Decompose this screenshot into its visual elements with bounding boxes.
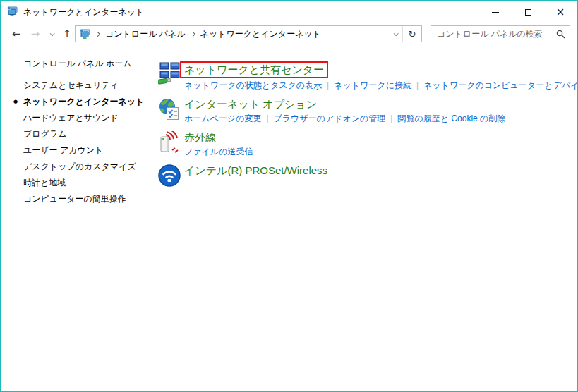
close-button[interactable]: ×	[544, 1, 577, 23]
task-links: ネットワークの状態とタスクの表示|ネットワークに接続|ネットワークのコンピュータ…	[184, 80, 578, 91]
category-title-link[interactable]: インテル(R) PROSet/Wireless	[184, 164, 327, 178]
forward-button[interactable]: →	[27, 23, 44, 45]
sidebar-item[interactable]: 時計と地域	[1, 175, 151, 191]
category-title-link[interactable]: ネットワークと共有センター	[180, 61, 328, 78]
sidebar-item[interactable]: コントロール パネル ホーム	[1, 56, 151, 72]
minimize-icon	[492, 12, 499, 13]
search-icon	[556, 30, 565, 39]
navigation-toolbar: ← → ↑ コントロール パネル ネットワークとインターネット ↻	[1, 23, 577, 45]
sidebar-item-label: デスクトップのカスタマイズ	[23, 161, 136, 171]
infrared-icon	[158, 131, 181, 154]
task-link[interactable]: 閲覧の履歴と Cookie の削除	[397, 114, 505, 123]
sidebar: コントロール パネル ホームシステムとセキュリティ●ネットワークとインターネット…	[1, 56, 151, 207]
sidebar-item[interactable]: コンピューターの簡単操作	[1, 191, 151, 207]
task-link[interactable]: ブラウザーのアドオンの管理	[274, 114, 386, 123]
sidebar-item-label: システムとセキュリティ	[23, 80, 119, 90]
sidebar-item[interactable]: システムとセキュリティ	[1, 78, 151, 94]
maximize-button[interactable]	[512, 1, 544, 23]
window-controls: ×	[479, 1, 577, 23]
control-panel-window: ネットワークとインターネット × ← → ↑ コントロール パネル ネットワーク…	[0, 0, 578, 392]
chevron-right-icon	[191, 31, 195, 36]
maximize-icon	[525, 9, 531, 16]
control-panel-icon	[6, 6, 19, 18]
task-link[interactable]: ネットワークに接続	[334, 80, 411, 90]
up-button[interactable]: ↑	[59, 23, 75, 45]
control-panel-icon	[79, 28, 90, 39]
task-links: ファイルの送受信	[184, 147, 253, 157]
sidebar-item-label: ハードウェアとサウンド	[23, 113, 119, 123]
search-box[interactable]	[431, 25, 570, 42]
sidebar-item[interactable]: ハードウェアとサウンド	[1, 110, 151, 126]
window-title: ネットワークとインターネット	[23, 6, 144, 18]
category-section: 赤外線ファイルの送受信	[158, 130, 571, 157]
category-section: ネットワークと共有センターネットワークの状態とタスクの表示|ネットワークに接続|…	[158, 61, 571, 91]
sidebar-item[interactable]: プログラム	[1, 126, 151, 142]
sidebar-item-label: ネットワークとインターネット	[23, 97, 144, 106]
network-sharing-icon	[158, 62, 181, 85]
chevron-right-icon	[95, 31, 100, 36]
address-bar[interactable]: コントロール パネル ネットワークとインターネット ↻	[75, 25, 422, 42]
back-button[interactable]: ←	[7, 23, 25, 45]
category-section: インテル(R) PROSet/Wireless	[158, 164, 571, 190]
chevron-down-icon	[49, 31, 54, 36]
category-title-link[interactable]: 赤外線	[184, 130, 216, 145]
search-input[interactable]	[437, 29, 553, 39]
sidebar-item-label: ユーザー アカウント	[23, 145, 103, 155]
task-link[interactable]: ネットワークのコンピューターとデバイスの表示	[423, 80, 578, 90]
link-separator: |	[416, 80, 419, 90]
intel-wireless-icon	[158, 164, 181, 187]
recent-pages-dropdown[interactable]	[45, 23, 58, 45]
link-separator: |	[390, 114, 392, 123]
breadcrumb-item-network-internet[interactable]: ネットワークとインターネット	[200, 28, 321, 40]
breadcrumb-item-control-panel[interactable]: コントロール パネル	[105, 28, 186, 40]
sidebar-item-label: 時計と地域	[23, 178, 66, 188]
main-content: ネットワークと共有センターネットワークの状態とタスクの表示|ネットワークに接続|…	[158, 61, 571, 196]
sidebar-item[interactable]: ユーザー アカウント	[1, 142, 151, 159]
address-dropdown-button[interactable]	[388, 26, 402, 42]
sidebar-item[interactable]: デスクトップのカスタマイズ	[1, 159, 151, 175]
minimize-button[interactable]	[479, 1, 512, 23]
sidebar-item[interactable]: ●ネットワークとインターネット	[1, 94, 151, 110]
link-separator: |	[327, 80, 329, 90]
sidebar-item-label: コンピューターの簡単操作	[23, 194, 126, 204]
titlebar[interactable]: ネットワークとインターネット ×	[1, 1, 577, 23]
category-title-link[interactable]: インターネット オプション	[184, 97, 317, 111]
active-bullet-icon: ●	[13, 94, 18, 110]
sidebar-item-label: コントロール パネル ホーム	[23, 59, 131, 68]
sidebar-item-label: プログラム	[23, 129, 66, 139]
refresh-button[interactable]: ↻	[403, 26, 421, 42]
task-link[interactable]: ファイルの送受信	[184, 147, 253, 157]
close-icon: ×	[556, 7, 565, 18]
chevron-down-icon	[393, 31, 398, 36]
internet-options-icon	[158, 98, 181, 121]
link-separator: |	[266, 114, 268, 123]
task-link[interactable]: ホームページの変更	[184, 114, 261, 123]
category-section: インターネット オプションホームページの変更|ブラウザーのアドオンの管理|閲覧の…	[158, 97, 571, 124]
task-link[interactable]: ネットワークの状態とタスクの表示	[184, 80, 322, 90]
task-links: ホームページの変更|ブラウザーのアドオンの管理|閲覧の履歴と Cookie の削…	[184, 114, 505, 124]
